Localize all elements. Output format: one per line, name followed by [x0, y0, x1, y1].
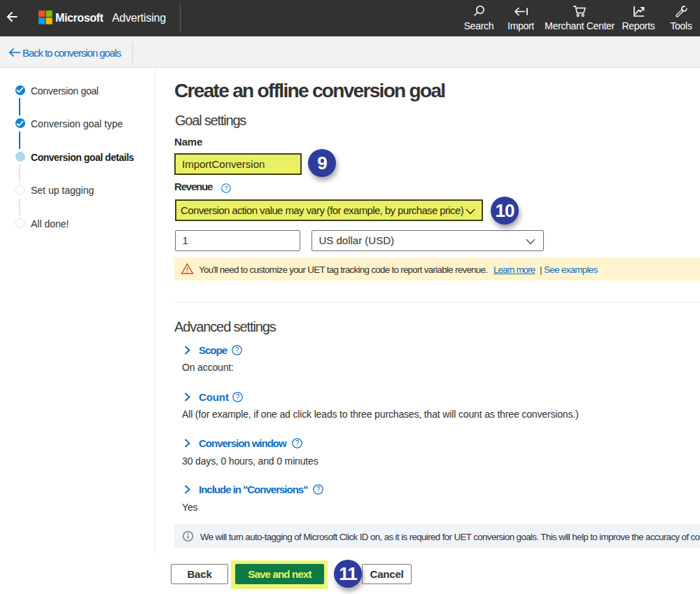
- svg-text:?: ?: [235, 346, 239, 354]
- svg-text:?: ?: [224, 185, 227, 192]
- svg-text:?: ?: [236, 393, 240, 401]
- svg-text:?: ?: [316, 486, 321, 493]
- svg-text:?: ?: [295, 439, 300, 447]
